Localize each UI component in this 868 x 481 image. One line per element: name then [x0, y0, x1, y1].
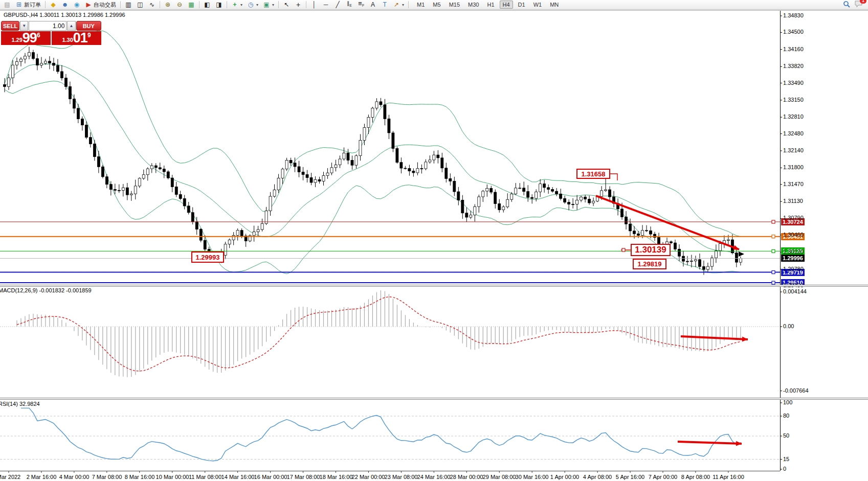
sell-button[interactable]: SELL [1, 21, 19, 31]
trend-arrow[interactable] [733, 245, 739, 250]
one-click-trading-panel: SELL ▼ ▲ BUY 1.29996 1.30019 [1, 21, 101, 45]
buy-price[interactable]: 1.30019 [52, 31, 101, 45]
price-arrow-marker [739, 251, 744, 257]
volume-up-button[interactable]: ▲ [67, 21, 75, 31]
symbol-title: GBPUSD-,H4 1.30011 1.30013 1.29986 1.299… [4, 12, 125, 18]
volume-input[interactable] [29, 21, 66, 31]
rsi-label: RSI(14) 32.9824 [0, 401, 40, 407]
macd-signal-line [17, 297, 741, 371]
macd-label: MACD(12,26,9) -0.001832 -0.001859 [0, 287, 92, 293]
buy-button[interactable]: BUY [76, 21, 101, 31]
trend-arrow[interactable] [736, 441, 742, 446]
pane-separator[interactable] [0, 398, 868, 400]
mt4-window: ▤ ⊞ 新订单 ◆ ☻ ◉ ▶ 自动交易 ▥ ◫ ∿ ⊕ ⊖ ▦ ◧ ◨ +▾ … [0, 0, 868, 481]
pane-separator[interactable] [0, 285, 868, 287]
chart-canvas[interactable] [0, 1, 868, 481]
sell-price[interactable]: 1.29996 [1, 31, 51, 45]
volume-down-button[interactable]: ▼ [20, 21, 28, 31]
bollinger-upper-band[interactable] [5, 31, 741, 237]
trend-arrow[interactable] [742, 337, 748, 342]
chart-area: 1.307241.304311.301391.299961.297191.295… [0, 10, 868, 481]
